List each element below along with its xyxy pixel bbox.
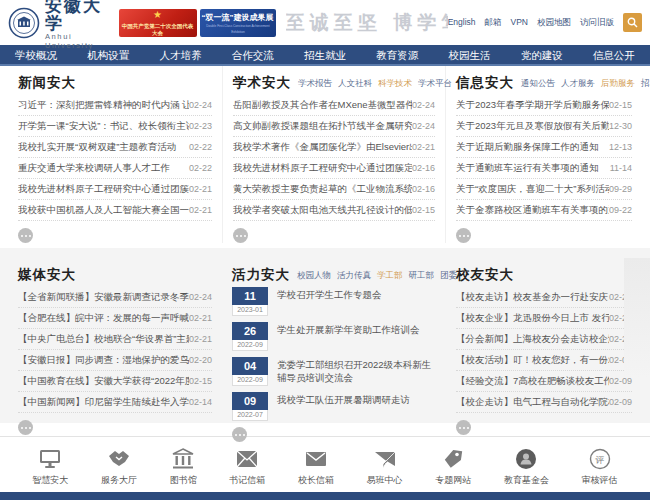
academic-tab[interactable]: 人文社科 <box>338 78 372 90</box>
academic-item[interactable]: 我校学者突破太阳电池天线共孔径设计的低效率瓶颈 02-15 <box>233 200 435 221</box>
nav-item[interactable]: 信息公开 <box>578 45 650 64</box>
info-item[interactable]: 关于通勤班车运行有关事项的通知 11-14 <box>456 158 632 179</box>
utility-link[interactable]: 邮箱 <box>485 17 502 29</box>
library-building-icon <box>171 448 195 470</box>
nav-item[interactable]: 合作交流 <box>217 45 289 64</box>
info-tab[interactable]: 招标采购 <box>641 78 650 90</box>
news-item[interactable]: 我校获中国机器人及人工智能大赛全国一等奖两项 02-21 <box>18 200 212 221</box>
utility-link[interactable]: 访问旧版 <box>580 17 614 29</box>
info-item[interactable]: 关于金寨路校区通勤班车有关事项的通知 09-22 <box>456 200 632 221</box>
info-tab[interactable]: 人才服务 <box>561 78 595 90</box>
academic-item[interactable]: 我校学术著作《金属团簇化学》由Elsevier出版社出… 02-21 <box>233 137 435 158</box>
academic-item[interactable]: 岳阳副教授及其合作者在MXene基微型器件领域取… 02-24 <box>233 95 435 116</box>
info-more-button[interactable] <box>456 228 471 243</box>
party-congress-banner[interactable]: ★ 中国共产党第二十次全国代表大会 <box>119 9 197 37</box>
alumni-more-button[interactable] <box>456 420 471 435</box>
academic-tab[interactable]: 科学技术 <box>378 78 412 90</box>
media-item-date: 02-24 <box>189 292 212 302</box>
university-name[interactable]: 安徽大学 Anhui University <box>45 0 109 50</box>
media-item[interactable]: 【全省新闻联播】安徽最新调查记录冬季水鸟数量创历… 02-24 <box>18 287 212 308</box>
news-item-title: 开学第一课“安大说”：书记、校长领衔主讲 <box>18 120 189 133</box>
media-more-button[interactable] <box>18 420 33 435</box>
university-motto: 至诚至坚 博学笃行 <box>286 10 448 36</box>
event-item[interactable]: 09 2022-07 我校学工队伍开展暑期调研走访 <box>232 392 436 421</box>
university-seal-logo[interactable] <box>8 7 40 39</box>
event-item[interactable]: 11 2023-01 学校召开学生工作专题会 <box>232 287 436 316</box>
info-item-title: 关于“欢度国庆，喜迎二十大”系列活动的通知 <box>456 183 609 196</box>
info-tabs: 通知公告人才服务后勤服务招标采购 <box>521 78 650 92</box>
nav-item[interactable]: 党的建设 <box>506 45 578 64</box>
more-icon <box>239 434 241 436</box>
vitality-tab[interactable]: 活力传真 <box>337 270 371 282</box>
double-first-class-banner[interactable]: “双一流”建设成果展 Double First-Class Constructi… <box>200 9 276 37</box>
quicklink-smart-ahu[interactable]: 智慧安大 <box>32 446 68 487</box>
utility-link[interactable]: 校园地图 <box>537 17 571 29</box>
news-item[interactable]: 习近平：深刻把握雷锋精神的时代内涵 让雷锋精神在新… 02-24 <box>18 95 212 116</box>
utility-link[interactable]: VPN <box>511 17 528 29</box>
quicklink-president-mailbox[interactable]: 校长信箱 <box>298 446 334 487</box>
event-item[interactable]: 04 2022-09 党委学工部组织召开2022级本科新生辅导员培训交流会 <box>232 357 436 386</box>
quicklink-yiban-center[interactable]: 易班中心 <box>367 446 403 487</box>
quicklink-service-hall[interactable]: 服务大厅 <box>101 446 137 487</box>
quicklink-review-evaluation[interactable]: 评 审核评估 <box>582 446 618 487</box>
academic-item-date: 02-16 <box>412 163 435 173</box>
nav-item[interactable]: 招生就业 <box>289 45 361 64</box>
news-item[interactable]: 我校先进材料原子工程研究中心通过团簇定向连续组装… 02-21 <box>18 179 212 200</box>
media-item-title: 【全省新闻联播】安徽最新调查记录冬季水鸟数量创历… <box>18 291 189 304</box>
section-news: 新闻安大 习近平：深刻把握雷锋精神的时代内涵 让雷锋精神在新… 02-24 开学… <box>8 66 222 243</box>
nav-item[interactable]: 人才培养 <box>144 45 216 64</box>
academic-item[interactable]: 黄大荣教授主要负责起草的《工业物流系统关键装… 02-16 <box>233 179 435 200</box>
news-more-button[interactable] <box>18 228 33 243</box>
academic-list: 岳阳副教授及其合作者在MXene基微型器件领域取… 02-24 高文帅副教授课题… <box>233 95 435 221</box>
alumni-item[interactable]: 【校友活动】叮！校友您好，有一份2023年安徽大… 02-09 <box>456 350 632 371</box>
academic-more-button[interactable] <box>233 228 248 243</box>
event-year-month: 2022-09 <box>232 375 268 386</box>
vitality-tab[interactable]: 学工部 <box>377 270 403 282</box>
news-item[interactable]: 重庆交通大学来校调研人事人才工作 02-22 <box>18 158 212 179</box>
alumni-item[interactable]: 【校企走访】电气工程与自动化学院校友分会走访… 02-09 <box>456 392 632 413</box>
nav-item[interactable]: 校园生活 <box>433 45 505 64</box>
event-year-month: 2022-07 <box>232 410 268 421</box>
nav-item[interactable]: 机构设置 <box>72 45 144 64</box>
quicklink-secretary-mailbox[interactable]: 书记信箱 <box>229 446 265 487</box>
news-item-date: 02-22 <box>189 142 212 152</box>
info-item[interactable]: 关于近期后勤服务保障工作的通知 12-13 <box>456 137 632 158</box>
media-item[interactable]: 【中国教育在线】安徽大学获得“2022年度最具咨询热… 02-15 <box>18 371 212 392</box>
academic-tab[interactable]: 学术报告 <box>298 78 332 90</box>
news-item[interactable]: 我校扎实开展“双树双建”主题教育活动 02-22 <box>18 137 212 158</box>
academic-item[interactable]: 我校先进材料原子工程研究中心通过团簇定向连续… 02-16 <box>233 158 435 179</box>
academic-item[interactable]: 高文帅副教授课题组在拓扑节线半金属研究方面取… 02-24 <box>233 116 435 137</box>
info-item[interactable]: 关于“欢度国庆，喜迎二十大”系列活动的通知 09-29 <box>456 179 632 200</box>
info-tab[interactable]: 通知公告 <box>521 78 555 90</box>
nav-item[interactable]: 学校概况 <box>0 45 72 64</box>
media-item-date: 02-20 <box>189 355 212 365</box>
section-title-media: 媒体安大 <box>18 266 76 284</box>
info-item-title: 关于通勤班车运行有关事项的通知 <box>456 162 610 175</box>
utility-link[interactable]: English <box>448 17 476 29</box>
nav-item[interactable]: 教育资源 <box>361 45 433 64</box>
alumni-item[interactable]: 【校友企业】龙迅股份今日上市 发行价格64.76元/股 02-21 <box>456 308 632 329</box>
vitality-tab[interactable]: 校园人物 <box>297 270 331 282</box>
alumni-item[interactable]: 【分会新闻】上海校友分会走访校企江苏弘辉化工… 02-20 <box>456 329 632 350</box>
info-item[interactable]: 关于2023年元旦及寒假放假有关后勤保障与安全管… 12-30 <box>456 116 632 137</box>
footer-bar <box>0 492 650 500</box>
news-item[interactable]: 开学第一课“安大说”：书记、校长领衔主讲 02-23 <box>18 116 212 137</box>
alumni-item-title: 【经验交流】7高校在肥畅谈校友工作 <box>456 375 609 388</box>
search-button[interactable] <box>623 13 642 32</box>
quicklink-library[interactable]: 图书馆 <box>170 446 197 487</box>
more-icon <box>25 427 27 429</box>
vitality-more-button[interactable] <box>232 427 247 442</box>
event-item[interactable]: 26 2022-09 学生处开展新学年资助工作培训会 <box>232 322 436 351</box>
news-item-date: 02-21 <box>189 184 212 194</box>
media-item[interactable]: 【中国新闻网】印尼留学生陆续赴华入学 02-14 <box>18 392 212 413</box>
quicklink-special-sites[interactable]: 专题网站 <box>435 446 471 487</box>
media-item[interactable]: 【合肥在线】皖中评：发展的每一声呼喊都是政府服务… 02-21 <box>18 308 212 329</box>
media-item[interactable]: 【安徽日报】同步调查：湿地保护的爱鸟行动 02-20 <box>18 350 212 371</box>
alumni-item[interactable]: 【经验交流】7高校在肥畅谈校友工作 02-09 <box>456 371 632 392</box>
alumni-item[interactable]: 【校友走访】校友基金办一行赴安庆、桐城开展走… 02-22 <box>456 287 632 308</box>
quicklink-education-foundation[interactable]: 教育基金会 <box>504 446 549 487</box>
vitality-tab[interactable]: 研工部 <box>409 270 435 282</box>
media-item[interactable]: 【中央广电总台】校地联合“华设界首”主题活动举行 02-21 <box>18 329 212 350</box>
info-item[interactable]: 关于2023年春季学期开学后勤服务保障工作的通知 02-15 <box>456 95 632 116</box>
info-tab[interactable]: 后勤服务 <box>601 78 635 90</box>
